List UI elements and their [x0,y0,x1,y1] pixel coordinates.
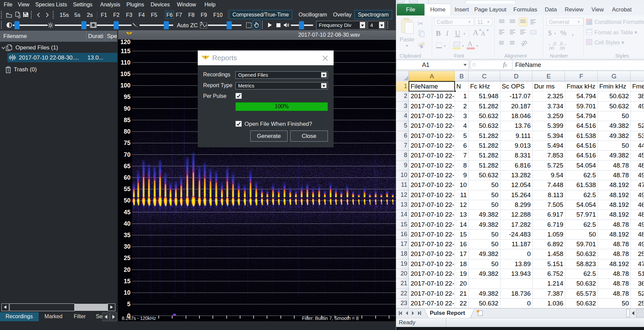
svg-text:20: 20 [124,266,130,273]
svg-text:65: 65 [124,163,130,170]
svg-text:110: 110 [121,59,130,66]
svg-text:25: 25 [124,255,130,261]
svg-text:30: 30 [124,243,130,250]
svg-text:105: 105 [120,71,130,77]
svg-text:35: 35 [124,232,130,239]
svg-text:Filter: Builtin 7, Smooth = 8: Filter: Builtin 7, Smooth = 8 [302,316,359,321]
svg-text:40: 40 [124,220,130,227]
svg-text:45: 45 [124,209,130,216]
svg-text:75: 75 [124,140,130,146]
svg-text:95: 95 [124,94,130,100]
svg-text:50: 50 [124,197,130,204]
svg-text:8.247s - 120kHz: 8.247s - 120kHz [122,316,156,321]
svg-text:120: 120 [120,39,130,45]
svg-text:15: 15 [124,278,130,285]
svg-text:70: 70 [124,151,130,158]
svg-text:10: 10 [124,289,130,296]
svg-text:100: 100 [120,82,130,89]
svg-text:5: 5 [127,301,130,307]
svg-text:80: 80 [124,128,130,135]
svg-text:55: 55 [124,186,130,192]
svg-text:85: 85 [124,117,130,123]
svg-text:60: 60 [124,174,130,181]
svg-text:90: 90 [124,105,130,112]
svg-text:115: 115 [121,48,130,54]
